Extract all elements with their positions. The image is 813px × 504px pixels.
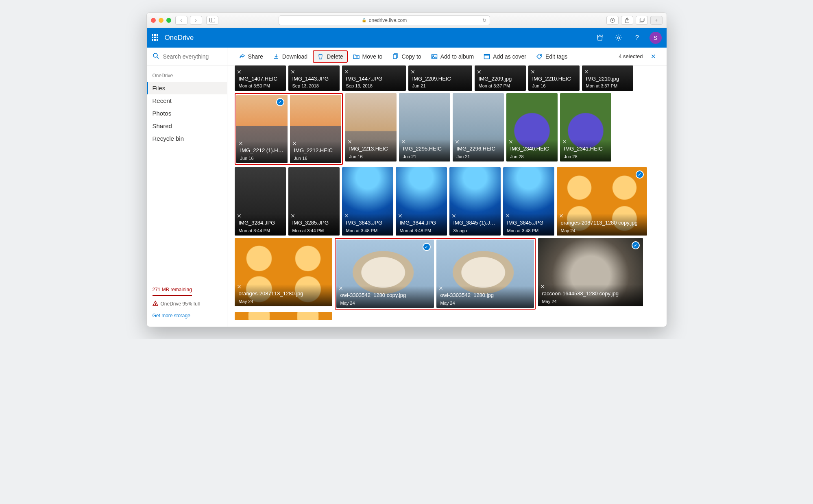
file-date: Jun 16 [349,154,363,159]
svg-rect-5 [640,18,644,21]
settings-icon[interactable] [612,31,625,44]
file-date: Jun 16 [532,83,546,88]
reload-icon[interactable]: ↻ [482,17,486,23]
expand-icon [455,140,459,144]
file-tile[interactable]: IMG_2209.jpgMon at 3:37 PM [475,65,526,91]
downloads-button[interactable] [606,16,619,25]
expand-icon [344,214,349,218]
tabs-button[interactable] [636,16,648,25]
address-bar[interactable]: 🔒 onedrive.live.com ↻ [279,15,490,25]
download-button[interactable]: Download [269,51,312,62]
file-tile[interactable]: IMG_3284.JPGMon at 3:44 PM [235,167,286,236]
file-tile[interactable]: IMG_3845 (1).JPG3h ago [449,167,501,236]
app-launcher-icon[interactable] [152,34,159,41]
file-name: owl-3303542_1280.jpg [440,292,531,298]
file-date: Jun 16 [240,156,254,161]
file-tile[interactable]: owl-3303542_1280.jpgMay 24 [436,240,534,308]
sidebar-item-photos[interactable]: Photos [147,107,227,120]
browser-chrome: ‹ › 🔒 onedrive.live.com ↻ + [147,13,667,28]
file-date: Jun 21 [403,154,416,159]
file-tile[interactable]: IMG_3845.JPGMon at 3:48 PM [503,167,554,236]
file-tile[interactable]: IMG_2340.HEICJun 28 [506,93,558,161]
search-input[interactable] [163,53,221,60]
file-date: Jun 21 [412,83,426,88]
selected-check-icon: ✓ [632,241,640,249]
file-date: Mon at 3:48 PM [346,228,378,233]
file-tile[interactable]: owl-3303542_1280 copy.jpgMay 24✓ [336,240,434,308]
search-box[interactable] [147,48,227,65]
file-name: IMG_2212.HEIC [294,147,338,153]
file-tile[interactable]: IMG_2210.jpgMon at 3:37 PM [582,65,633,91]
storage-full-text: OneDrive 95% full [161,301,200,307]
file-date: Jun 21 [457,154,470,159]
sidebar-toggle-button[interactable] [206,16,218,25]
clear-selection-button[interactable]: ✕ [648,51,659,62]
file-tile[interactable]: oranges-2087113_1280.jpgMay 24 [235,238,332,306]
file-grid: IMG_1407.HEICMon at 3:50 PMIMG_1443.JPGS… [227,65,667,327]
close-window-button[interactable] [151,18,156,23]
breadcrumb: OneDrive [147,65,227,82]
file-tile[interactable]: IMG_2212 (1).HEICJun 16✓ [236,95,288,163]
selection-count: 4 selected [619,53,643,59]
help-icon[interactable]: ? [631,31,644,44]
file-name: IMG_2295.HEIC [403,146,447,152]
selected-check-icon: ✓ [423,243,431,251]
file-date: Mon at 3:44 PM [239,228,270,233]
forward-button[interactable]: › [190,16,202,25]
file-date: 3h ago [453,228,467,233]
file-name: oranges-2087113_1280 copy.jpg [561,220,644,226]
file-tile[interactable]: IMG_2341.HEICJun 28 [560,93,611,161]
expand-icon [509,140,513,144]
sidebar-item-recent[interactable]: Recent [147,94,227,107]
expand-icon [291,214,295,218]
expand-icon [237,214,241,218]
file-date: Mon at 3:44 PM [292,228,324,233]
new-tab-button[interactable]: + [650,16,663,25]
file-tile[interactable]: IMG_3844.JPGMon at 3:48 PM [396,167,447,236]
minimize-window-button[interactable] [159,18,163,23]
sidebar-item-files[interactable]: Files [147,82,227,94]
file-name: IMG_2340.HEIC [510,146,554,152]
expand-icon [398,214,402,218]
safari-window: ‹ › 🔒 onedrive.live.com ↻ + OneDrive [146,12,667,327]
file-tile[interactable]: IMG_2295.HEICJun 21 [399,93,450,161]
file-date: Mon at 3:37 PM [479,83,510,88]
share-button[interactable]: Share [235,51,267,62]
highlight-selection-group: IMG_2212 (1).HEICJun 16✓IMG_2212.HEICJun… [235,93,343,165]
file-tile[interactable]: IMG_1447.JPGSep 13, 2018 [342,65,406,91]
edit-tags-button[interactable]: Edit tags [532,51,571,62]
file-name: IMG_2209.jpg [479,76,523,82]
delete-button[interactable]: Delete [313,51,347,62]
expand-icon [292,141,296,145]
move-to-button[interactable]: Move to [349,51,387,62]
file-tile[interactable]: IMG_1407.HEICMon at 3:50 PM [235,65,286,91]
file-tile[interactable]: IMG_2209.HEICJun 21 [408,65,472,91]
get-more-storage-link[interactable]: Get more storage [153,313,221,319]
file-tile[interactable]: IMG_2296.HEICJun 21 [453,93,504,161]
sidebar-item-shared[interactable]: Shared [147,120,227,132]
back-button[interactable]: ‹ [175,16,187,25]
expand-icon [411,70,415,74]
sidebar-item-recycle-bin[interactable]: Recycle bin [147,132,227,145]
copy-to-button[interactable]: Copy to [388,51,425,62]
file-tile[interactable]: IMG_3285.JPGMon at 3:44 PM [288,167,340,236]
expand-icon [531,70,535,74]
share-button-chrome[interactable] [621,16,633,25]
file-name: IMG_3844.JPG [400,220,444,226]
premium-icon[interactable] [593,31,606,44]
file-tile[interactable]: raccoon-1644538_1280 copy.jpgMay 24✓ [538,238,643,306]
file-tile[interactable]: IMG_2210.HEICJun 16 [528,65,580,91]
maximize-window-button[interactable] [166,18,171,23]
expand-icon [452,214,456,218]
add-to-album-button[interactable]: Add to album [427,51,478,62]
file-tile[interactable]: IMG_1443.JPGSep 13, 2018 [288,65,340,91]
avatar[interactable]: S [650,32,662,44]
file-tile[interactable] [235,312,332,320]
file-tile[interactable]: IMG_3843.JPGMon at 3:48 PM [342,167,393,236]
add-as-cover-button[interactable]: Add as cover [480,51,530,62]
expand-icon [584,70,588,74]
file-date: May 24 [440,301,455,305]
file-tile[interactable]: oranges-2087113_1280 copy.jpgMay 24✓ [557,167,647,236]
file-tile[interactable]: IMG_2212.HEICJun 16 [290,95,341,163]
file-tile[interactable]: IMG_2213.HEICJun 16 [345,93,397,161]
